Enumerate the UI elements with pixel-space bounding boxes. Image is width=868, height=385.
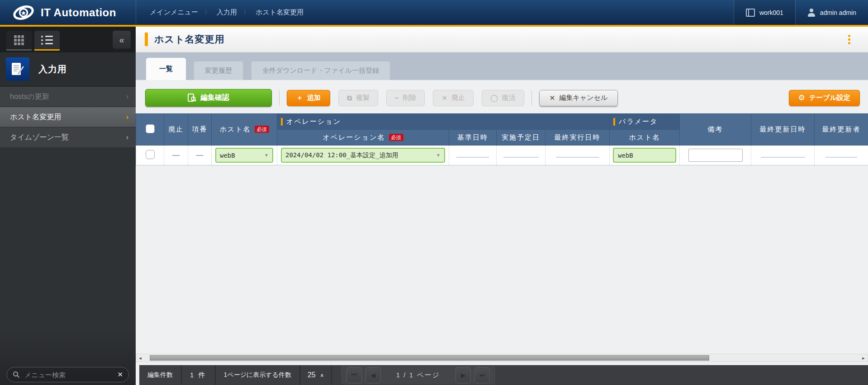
- user-menu[interactable]: admin admin: [796, 0, 868, 25]
- clear-search-icon[interactable]: ✕: [117, 371, 123, 379]
- column-header-base-datetime[interactable]: 基準日時: [449, 130, 497, 146]
- top-header: IT Automation メインメニュー 〉 入力用 〉 ホスト名変更用 wo…: [0, 0, 868, 25]
- table-settings-button[interactable]: ⚙ テーブル設定: [789, 90, 860, 106]
- page-indicator: 1 / 1 ページ: [396, 371, 440, 380]
- scrollbar-thumb[interactable]: [150, 355, 709, 361]
- remarks-input[interactable]: [688, 149, 743, 162]
- menu-search-input[interactable]: [24, 371, 117, 379]
- empty-value-line: [825, 157, 857, 158]
- param-host-name-input-wrap: [613, 148, 676, 163]
- edit-count-value: 1 件: [182, 365, 216, 385]
- circle-icon: ◯: [490, 94, 498, 102]
- sidebar-menu-list: hostsの更新 › ホスト名変更用 › タイムゾーン一覧 ›: [0, 86, 136, 147]
- param-host-name-input[interactable]: [618, 152, 671, 159]
- empty-value-line: [556, 157, 599, 158]
- row-checkbox[interactable]: [146, 150, 155, 159]
- column-header-discard[interactable]: 廃止: [164, 114, 188, 146]
- restore-button[interactable]: ◯ 復活: [482, 90, 524, 106]
- main-content: ホスト名変更用 一覧 変更履歴 全件ダウンロード・ファイル一括登録 編集確認: [136, 27, 868, 385]
- dropdown-arrow-icon: ▼: [264, 153, 269, 158]
- discard-button[interactable]: ✕ 廃止: [433, 90, 474, 106]
- column-header-host-name[interactable]: ホスト名必須: [212, 114, 277, 146]
- per-page-label: 1ページに表示する件数: [216, 365, 300, 385]
- menu-search-box: ✕: [7, 367, 129, 382]
- workspace-icon: [746, 9, 755, 17]
- workspace-selector[interactable]: work001: [734, 0, 795, 25]
- column-header-scheduled-date[interactable]: 実施予定日: [497, 130, 545, 146]
- tab-change-history[interactable]: 変更履歴: [194, 61, 243, 80]
- chevron-up-icon: ∧: [320, 372, 324, 378]
- group-header-operation: オペレーション: [277, 114, 610, 130]
- add-button[interactable]: ＋ 追加: [287, 90, 330, 106]
- logo-area[interactable]: IT Automation: [0, 4, 136, 21]
- body-area: 編集確認 ＋ 追加 ⧉ 複製 − 削除 ✕: [136, 80, 868, 385]
- sidebar: « 入力用 hostsの更新 › ホスト名変更用: [0, 27, 136, 385]
- sidebar-group-header: 入力用: [0, 52, 136, 86]
- select-all-header-cell: [136, 114, 164, 146]
- chevron-right-icon: ›: [126, 113, 128, 121]
- prev-page-button[interactable]: ◀: [365, 367, 381, 383]
- sidebar-item-label: hostsの更新: [10, 92, 49, 102]
- scroll-right-icon[interactable]: ▸: [860, 355, 867, 361]
- records-table: 廃止 項番 ホスト名必須 オペレーション パラメータ 備考 最終更新日時: [136, 113, 868, 165]
- column-header-updated-by[interactable]: 最終更新者: [815, 114, 868, 146]
- duplicate-button[interactable]: ⧉ 複製: [338, 90, 378, 106]
- sidebar-collapse-button[interactable]: «: [112, 30, 131, 49]
- first-page-button[interactable]: ⏮: [346, 367, 362, 383]
- user-icon: [807, 9, 816, 17]
- column-header-last-updated[interactable]: 最終更新日時: [751, 114, 815, 146]
- row-last-updated-cell: [751, 146, 815, 165]
- per-page-select[interactable]: 25 ∧: [300, 365, 332, 385]
- column-header-item-no[interactable]: 項番: [188, 114, 212, 146]
- last-page-button[interactable]: ⏭: [474, 367, 490, 383]
- host-name-select[interactable]: webB ▼: [215, 148, 273, 163]
- operation-name-select[interactable]: 2024/04/02 12:00_基本設定_追加用 ▼: [281, 148, 445, 163]
- sidebar-group-label: 入力用: [38, 63, 67, 75]
- pagination: ⏮ ◀ 1 / 1 ページ ▶ ⏭: [341, 366, 495, 384]
- edit-cancel-button[interactable]: ✕ 編集キャンセル: [539, 90, 618, 106]
- column-header-last-run[interactable]: 最終実行日時: [545, 130, 610, 146]
- tab-download-bulk-register[interactable]: 全件ダウンロード・ファイル一括登録: [251, 61, 390, 80]
- column-header-operation-name[interactable]: オペレーション名必須: [277, 130, 449, 146]
- column-header-remarks[interactable]: 備考: [680, 114, 751, 146]
- scroll-left-icon[interactable]: ◂: [137, 355, 143, 361]
- input-menu-group-icon: [6, 57, 29, 81]
- next-page-button[interactable]: ▶: [455, 367, 471, 383]
- edit-confirm-button[interactable]: 編集確認: [145, 89, 272, 107]
- column-header-param-host-name[interactable]: ホスト名: [610, 130, 680, 146]
- toolbar-separator: [531, 90, 532, 106]
- user-name: admin admin: [820, 9, 856, 16]
- per-page-value: 25: [308, 371, 316, 379]
- menu-grid-tab[interactable]: [6, 31, 32, 51]
- row-remarks-cell: [680, 146, 751, 165]
- menu-list-tab[interactable]: [34, 31, 60, 51]
- toolbar-separator: [279, 90, 280, 106]
- workspace-name: work001: [759, 9, 783, 16]
- row-select-cell: [136, 146, 164, 165]
- empty-value-line: [456, 157, 489, 158]
- sidebar-item-timezone-list[interactable]: タイムゾーン一覧 ›: [0, 127, 136, 147]
- tab-list[interactable]: 一覧: [146, 58, 186, 80]
- breadcrumb-main-menu[interactable]: メインメニュー: [150, 8, 198, 17]
- row-host-name-cell: webB ▼: [212, 146, 277, 165]
- exastro-logo-icon: [12, 4, 35, 21]
- app-title: IT Automation: [41, 6, 116, 19]
- sidebar-item-hosts-update[interactable]: hostsの更新 ›: [0, 86, 136, 107]
- breadcrumb: メインメニュー 〉 入力用 〉 ホスト名変更用: [136, 8, 734, 17]
- x-icon: ✕: [550, 94, 555, 102]
- sidebar-item-hostname-change[interactable]: ホスト名変更用 ›: [0, 107, 136, 127]
- sidebar-item-label: タイムゾーン一覧: [10, 133, 69, 142]
- row-operation-cell: 2024/04/02 12:00_基本設定_追加用 ▼: [277, 146, 449, 165]
- first-page-icon: ⏮: [351, 371, 357, 379]
- page-title-bar: ホスト名変更用: [136, 27, 868, 52]
- row-last-run-cell: [545, 146, 610, 165]
- sidebar-item-label: ホスト名変更用: [10, 113, 61, 122]
- kebab-menu-icon[interactable]: [843, 33, 855, 46]
- row-updated-by-cell: [815, 146, 868, 165]
- plus-icon: ＋: [296, 94, 303, 102]
- duplicate-icon: ⧉: [347, 94, 352, 102]
- empty-value-line: [503, 157, 539, 158]
- select-all-checkbox[interactable]: [146, 124, 155, 133]
- delete-button[interactable]: − 削除: [386, 90, 425, 106]
- breadcrumb-input[interactable]: 入力用: [217, 8, 237, 17]
